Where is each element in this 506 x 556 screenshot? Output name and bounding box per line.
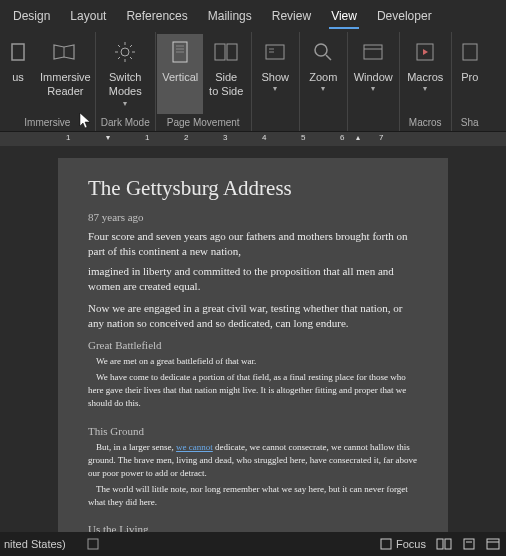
ruler-tick: 2 bbox=[184, 133, 188, 142]
svg-point-20 bbox=[315, 44, 327, 56]
status-bar: nited States) Focus bbox=[0, 532, 506, 556]
tab-developer[interactable]: Developer bbox=[367, 3, 442, 29]
accessibility-icon[interactable] bbox=[86, 537, 100, 551]
immersive-reader-button[interactable]: Immersive Reader bbox=[36, 34, 95, 114]
doc-title[interactable]: The Gettysburg Address bbox=[88, 176, 418, 201]
svg-rect-16 bbox=[227, 44, 237, 60]
zoom-icon bbox=[309, 38, 337, 66]
svg-rect-22 bbox=[364, 45, 382, 59]
svg-line-9 bbox=[130, 45, 132, 47]
svg-point-2 bbox=[121, 48, 129, 56]
group-macros-label: Macros bbox=[400, 115, 451, 131]
immersive-reader-label: Immersive Reader bbox=[40, 70, 91, 99]
svg-rect-27 bbox=[88, 539, 98, 549]
paragraph[interactable]: Four score and seven years ago our fathe… bbox=[88, 229, 418, 260]
tab-design[interactable]: Design bbox=[3, 3, 60, 29]
window-label: Window bbox=[354, 70, 393, 84]
properties-button[interactable]: Pro bbox=[452, 34, 488, 114]
group-empty bbox=[300, 126, 347, 131]
group-empty bbox=[348, 126, 399, 131]
tab-view[interactable]: View bbox=[321, 3, 367, 29]
pro-label: Pro bbox=[461, 70, 478, 84]
focus-icon bbox=[4, 38, 32, 66]
side-to-side-button[interactable]: Side to Side bbox=[203, 34, 249, 114]
focus-button[interactable]: us bbox=[0, 34, 36, 114]
chevron-down-icon: ▾ bbox=[123, 99, 127, 109]
focus-icon bbox=[380, 538, 392, 550]
svg-rect-26 bbox=[463, 44, 477, 60]
properties-icon bbox=[456, 38, 484, 66]
tab-mailings[interactable]: Mailings bbox=[198, 3, 262, 29]
group-darkmode-label: Dark Mode bbox=[96, 115, 155, 131]
ruler-tick: 3 bbox=[223, 133, 227, 142]
doc-subtitle[interactable]: 87 years ago bbox=[88, 211, 418, 223]
macros-label: Macros bbox=[407, 70, 443, 84]
ruler-marker-icon[interactable]: ▴ bbox=[356, 133, 360, 142]
section-heading[interactable]: This Ground bbox=[88, 425, 418, 437]
chevron-down-icon: ▾ bbox=[423, 84, 427, 94]
hyperlink[interactable]: we cannot bbox=[176, 442, 213, 452]
group-pagemove-label: Page Movement bbox=[156, 115, 251, 131]
group-sha-label: Sha bbox=[452, 115, 488, 131]
ruler-tick: 5 bbox=[301, 133, 305, 142]
macros-icon bbox=[411, 38, 439, 66]
paragraph[interactable]: Now we are engaged in a great civil war,… bbox=[88, 301, 418, 332]
side-to-side-label: Side to Side bbox=[209, 70, 243, 99]
ruler[interactable]: 1 ▾ 1 2 3 4 5 6 ▴ 7 bbox=[0, 132, 506, 146]
svg-rect-33 bbox=[487, 539, 499, 549]
show-label: Show bbox=[261, 70, 289, 84]
section-heading[interactable]: Great Battlefield bbox=[88, 339, 418, 351]
paragraph[interactable]: But, in a larger sense, we cannot dedica… bbox=[88, 441, 418, 480]
group-empty bbox=[252, 126, 299, 131]
svg-rect-29 bbox=[437, 539, 443, 549]
print-layout-icon[interactable] bbox=[462, 538, 476, 550]
document-area[interactable]: The Gettysburg Address 87 years ago Four… bbox=[0, 146, 506, 556]
web-layout-icon[interactable] bbox=[486, 538, 500, 550]
focus-label: Focus bbox=[396, 538, 426, 550]
paragraph[interactable]: We are met on a great battlefield of tha… bbox=[88, 355, 418, 368]
ribbon-tabs: Design Layout References Mailings Review… bbox=[0, 0, 506, 32]
sun-icon bbox=[111, 38, 139, 66]
tab-references[interactable]: References bbox=[116, 3, 197, 29]
svg-rect-0 bbox=[12, 44, 24, 60]
window-button[interactable]: Window ▾ bbox=[350, 34, 397, 114]
svg-line-21 bbox=[326, 55, 331, 60]
book-icon bbox=[51, 38, 79, 66]
macros-button[interactable]: Macros ▾ bbox=[402, 34, 448, 114]
focus-label: us bbox=[12, 70, 24, 84]
show-button[interactable]: Show ▾ bbox=[252, 34, 298, 114]
paragraph[interactable]: We have come to dedicate a portion of th… bbox=[88, 371, 418, 410]
vertical-page-icon bbox=[166, 38, 194, 66]
vertical-button[interactable]: Vertical bbox=[157, 34, 203, 114]
zoom-button[interactable]: Zoom ▾ bbox=[300, 34, 346, 114]
chevron-down-icon: ▾ bbox=[273, 84, 277, 94]
svg-marker-25 bbox=[423, 49, 428, 55]
paragraph[interactable]: imagined in liberty and committed to the… bbox=[88, 264, 418, 295]
paragraph[interactable]: The world will little note, nor long rem… bbox=[88, 483, 418, 509]
svg-rect-17 bbox=[266, 45, 284, 59]
ruler-tick: 1 bbox=[145, 133, 149, 142]
svg-line-10 bbox=[118, 57, 120, 59]
chevron-down-icon: ▾ bbox=[321, 84, 325, 94]
ruler-tick: 4 bbox=[262, 133, 266, 142]
language-status[interactable]: nited States) bbox=[0, 538, 66, 550]
svg-line-7 bbox=[118, 45, 120, 47]
tab-layout[interactable]: Layout bbox=[60, 3, 116, 29]
tab-review[interactable]: Review bbox=[262, 3, 321, 29]
svg-rect-28 bbox=[381, 539, 391, 549]
read-mode-icon[interactable] bbox=[436, 538, 452, 550]
switch-modes-label: Switch Modes bbox=[109, 70, 142, 99]
page[interactable]: The Gettysburg Address 87 years ago Four… bbox=[58, 158, 448, 556]
ruler-tick: 7 bbox=[379, 133, 383, 142]
side-pages-icon bbox=[212, 38, 240, 66]
svg-rect-31 bbox=[464, 539, 474, 549]
ruler-tick: 6 bbox=[340, 133, 344, 142]
switch-modes-button[interactable]: Switch Modes ▾ bbox=[102, 34, 148, 114]
show-icon bbox=[261, 38, 289, 66]
group-immersive-label: Immersive bbox=[0, 115, 95, 131]
ruler-marker-icon[interactable]: ▾ bbox=[106, 133, 110, 142]
focus-mode-button[interactable]: Focus bbox=[380, 538, 426, 550]
vertical-label: Vertical bbox=[162, 70, 198, 84]
svg-line-8 bbox=[130, 57, 132, 59]
window-icon bbox=[359, 38, 387, 66]
